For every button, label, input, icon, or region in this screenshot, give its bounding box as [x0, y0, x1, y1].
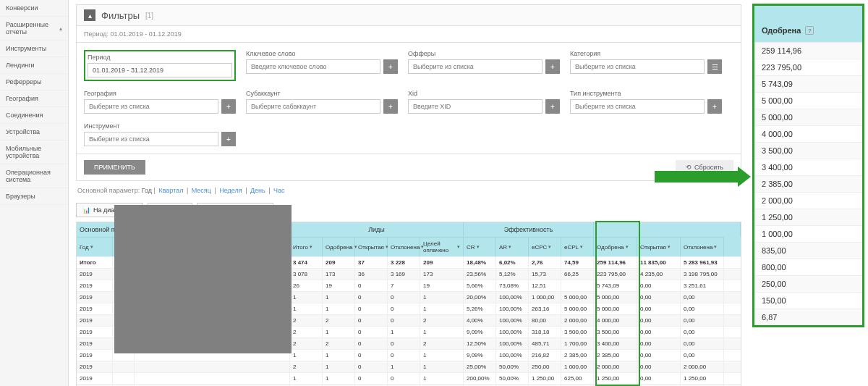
- table-row[interactable]: 201911001200,00%50,00%1 250,00625,001 25…: [77, 372, 741, 384]
- filter-label: География: [84, 90, 236, 97]
- cell-odob: 1: [323, 327, 355, 337]
- add-icon[interactable]: +: [221, 99, 236, 114]
- th[interactable]: eCPL▾: [561, 237, 594, 256]
- cell-ecpc: 485,71: [529, 338, 561, 349]
- cell-otkl: 0: [388, 292, 420, 303]
- subaccount-select[interactable]: [246, 99, 380, 114]
- th[interactable]: Отклонена▾: [681, 237, 724, 256]
- period-input[interactable]: [88, 63, 232, 77]
- sidebar-item[interactable]: Лендинги: [0, 57, 68, 74]
- param-item[interactable]: Неделя: [219, 187, 242, 194]
- period-summary: Период: 01.01.2019 - 01.12.2019: [76, 26, 741, 43]
- cell-ecpc: 318,18: [529, 327, 561, 337]
- right-panel-value: 1 000,00: [754, 225, 862, 242]
- cell-otk: 0: [355, 373, 388, 384]
- th[interactable]: Одобрена▾: [594, 237, 637, 256]
- filters-body: Период Ключевое слово + Офферы + Категор…: [76, 43, 741, 154]
- sidebar-item[interactable]: Устройства: [0, 124, 68, 140]
- cell-fodob: 4 000,00: [594, 315, 637, 326]
- cell-itogo: 3 474: [290, 257, 323, 268]
- cell-cel: 1: [420, 303, 464, 314]
- cell-ecpc: 263,16: [529, 303, 561, 314]
- th[interactable]: Итого▾: [290, 237, 323, 256]
- th[interactable]: Отклонена▾: [388, 237, 420, 256]
- cell-odob: 1: [323, 373, 355, 384]
- param-item[interactable]: Квартал: [158, 187, 183, 194]
- right-panel-value: 4 000,00: [754, 125, 862, 142]
- param-item[interactable]: Год: [142, 187, 152, 194]
- cell-ecpl: 2 385,00: [561, 350, 594, 361]
- filter-label: Тип инструмента: [570, 90, 722, 97]
- th[interactable]: AR▾: [496, 237, 529, 256]
- xid-input[interactable]: [408, 99, 542, 114]
- sidebar-item[interactable]: Инструменты: [0, 41, 68, 57]
- sidebar-item[interactable]: География: [0, 91, 68, 107]
- th[interactable]: Открытая▾: [637, 237, 681, 256]
- list-icon[interactable]: ☰: [707, 59, 722, 74]
- cell-otk: 0: [355, 303, 388, 314]
- th[interactable]: CR▾: [464, 237, 496, 256]
- cell-otkl: 1: [388, 361, 420, 372]
- cell-god: 2019: [77, 373, 113, 384]
- param-item[interactable]: День: [250, 187, 265, 194]
- sidebar-item[interactable]: Операционная система: [0, 164, 68, 188]
- add-icon[interactable]: +: [383, 59, 398, 74]
- cell-otk: 0: [355, 361, 388, 372]
- sidebar: Конверсии Расширенные отчеты▴ Инструмент…: [0, 0, 69, 386]
- instrument-select[interactable]: [84, 132, 218, 146]
- th[interactable]: Год▾: [77, 237, 113, 256]
- reset-label: Сбросить: [694, 164, 723, 171]
- cell-fotkl: 5 283 961,93: [681, 257, 724, 268]
- apply-button[interactable]: ПРИМЕНИТЬ: [84, 160, 145, 175]
- cell-cr: 23,56%: [464, 269, 496, 280]
- cell-ar: 73,08%: [496, 280, 529, 291]
- cell-odob: 173: [323, 269, 355, 280]
- sidebar-item[interactable]: Соединения: [0, 107, 68, 124]
- category-select[interactable]: [570, 59, 705, 74]
- cell-odob: 1: [323, 303, 355, 314]
- cell-otkl: 7: [388, 280, 420, 291]
- cell-fodob: 5 000,00: [594, 292, 637, 303]
- cell-otk: 37: [355, 257, 388, 268]
- sidebar-item[interactable]: Расширенные отчеты▴: [0, 17, 68, 41]
- add-icon[interactable]: +: [545, 99, 560, 114]
- filter-label: Категория: [570, 50, 722, 57]
- cell-cr: 9,09%: [464, 350, 496, 361]
- cell-cel: 2: [420, 338, 464, 349]
- add-icon[interactable]: +: [545, 59, 560, 74]
- th[interactable]: Целей оплачено▾: [420, 237, 464, 256]
- th[interactable]: Открытая▾: [355, 237, 388, 256]
- param-item[interactable]: Месяц: [192, 187, 211, 194]
- cell-fodob: 223 795,00: [594, 269, 637, 280]
- offers-select[interactable]: [408, 59, 542, 74]
- help-icon[interactable]: ?: [805, 26, 814, 35]
- param-label: Основной параметр:: [77, 187, 140, 194]
- cell-odob: 2: [323, 338, 355, 349]
- add-icon[interactable]: +: [221, 132, 236, 146]
- right-panel-value: 250,00: [754, 275, 862, 292]
- th[interactable]: eCPC▾: [529, 237, 561, 256]
- cell-cr: 4,00%: [464, 315, 496, 326]
- add-icon[interactable]: +: [707, 99, 722, 114]
- add-icon[interactable]: +: [383, 99, 398, 114]
- sidebar-item[interactable]: Реферреры: [0, 74, 68, 91]
- sidebar-item[interactable]: Конверсии: [0, 0, 68, 17]
- geo-select[interactable]: [84, 99, 218, 114]
- cell-itogo: 2: [290, 315, 323, 326]
- cell-god: 2019: [77, 303, 113, 314]
- th[interactable]: Одобрена▾: [323, 237, 355, 256]
- collapse-icon[interactable]: ▴: [84, 9, 95, 21]
- table-row[interactable]: 20192101125,00%50,00%250,001 000,002 000…: [77, 361, 741, 372]
- right-panel-value: 150,00: [754, 292, 862, 309]
- cell-cr: 20,00%: [464, 292, 496, 303]
- sidebar-item[interactable]: Браузеры: [0, 188, 68, 205]
- keyword-input[interactable]: [246, 59, 380, 74]
- tool-type-select[interactable]: [570, 99, 705, 114]
- cell-cr: 200,00%: [464, 373, 496, 384]
- cell-ecpl: 74,59: [561, 257, 594, 268]
- filter-label: Офферы: [408, 50, 560, 57]
- param-item[interactable]: Час: [273, 187, 285, 194]
- cell-ecpl: 625,00: [561, 373, 594, 384]
- sidebar-item[interactable]: Мобильные устройства: [0, 140, 68, 164]
- cell-otkl: 0: [388, 315, 420, 326]
